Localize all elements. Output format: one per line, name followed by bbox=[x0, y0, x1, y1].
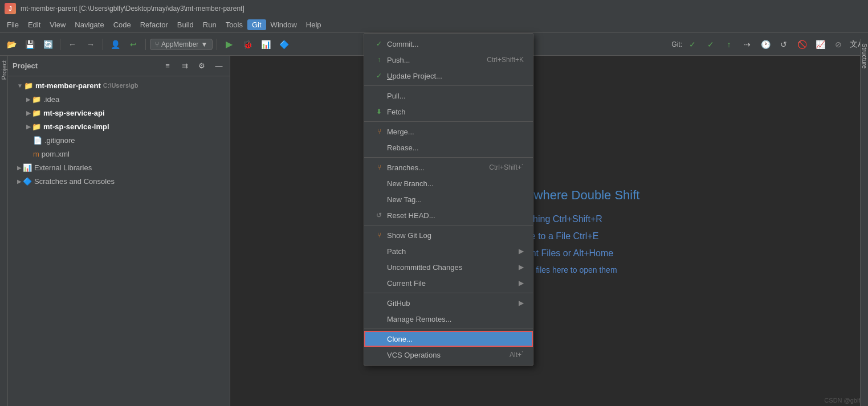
tree-root[interactable]: ▼ 📁 mt-member-parent C:\Users\gb bbox=[8, 79, 230, 92]
pom-label: pom.xml bbox=[42, 150, 70, 158]
window-title: mt-member-parent [C:\Users\gblfy\Desktop… bbox=[21, 5, 244, 13]
root-path: C:\Users\gb bbox=[103, 82, 138, 89]
search-hint: Search Everywhere Double Shift bbox=[459, 188, 640, 203]
chevron-down-icon: ▼ bbox=[201, 40, 207, 48]
root-label: mt-member-parent bbox=[35, 81, 101, 90]
translate-btn[interactable]: 文A bbox=[849, 36, 865, 52]
menu-item-navigate[interactable]: Navigate bbox=[70, 19, 108, 30]
maven-icon: m bbox=[33, 150, 39, 158]
menu-item-tools[interactable]: Tools bbox=[221, 19, 247, 30]
sidebar-header: Project ≡ ⇉ ⚙ — bbox=[8, 56, 230, 76]
settings-icon[interactable]: ⚙ bbox=[195, 60, 208, 72]
git-revert-btn[interactable]: ↺ bbox=[776, 36, 792, 52]
scratches-label: Scratches and Consoles bbox=[34, 177, 115, 186]
project-tree: ▼ 📁 mt-member-parent C:\Users\gb ▶ 📁 .id… bbox=[8, 76, 230, 406]
scratches-icon: 🔷 bbox=[23, 177, 32, 186]
gitignore-label: .gitignore bbox=[44, 136, 75, 145]
menu-item-refactor[interactable]: Refactor bbox=[136, 19, 173, 30]
open-button[interactable]: 📂 bbox=[3, 36, 19, 52]
tree-item-pom[interactable]: m pom.xml bbox=[8, 147, 230, 161]
coverage-button[interactable]: 📊 bbox=[258, 36, 274, 52]
watermark: CSDN @gblfy bbox=[824, 397, 863, 404]
tree-item-scratches[interactable]: ▶ 🔷 Scratches and Consoles bbox=[8, 174, 230, 188]
root-folder-icon: 📁 bbox=[24, 81, 33, 90]
scratches-arrow-icon: ▶ bbox=[17, 178, 22, 184]
project-strip[interactable]: Project bbox=[0, 56, 8, 406]
idea-label: .idea bbox=[43, 95, 59, 104]
git-commit-btn[interactable]: ✓ bbox=[684, 36, 700, 52]
back-button[interactable]: ← bbox=[64, 36, 80, 52]
git-push-btn[interactable]: ✓ bbox=[703, 36, 719, 52]
save-button[interactable]: 💾 bbox=[22, 36, 38, 52]
branch-selector[interactable]: ⑂ AppMember ▼ bbox=[150, 39, 213, 50]
git-label: Git: bbox=[671, 40, 682, 48]
recent-hint: Open Recent Files or Alt+Home bbox=[485, 248, 613, 259]
run-button[interactable]: ▶ bbox=[221, 36, 237, 52]
separator-3 bbox=[145, 39, 146, 50]
project-strip-label[interactable]: Project bbox=[1, 56, 7, 84]
toolbar: 📂 💾 🔄 ← → 👤 ↩ ⑂ AppMember ▼ ▶ 🐞 📊 🔷 Git:… bbox=[0, 33, 868, 56]
git-graph-btn[interactable]: 📈 bbox=[812, 36, 828, 52]
git-stop-btn[interactable]: ⊘ bbox=[830, 36, 846, 52]
menu-item-window[interactable]: Window bbox=[266, 19, 301, 30]
git-fetch-btn[interactable]: ↑ bbox=[721, 36, 737, 52]
gitignore-icon: 📄 bbox=[33, 136, 42, 145]
open-hint: Drag and Drop files here to open them bbox=[481, 265, 617, 274]
git-toolbar: Git: ✓ ✓ ↑ ⇢ 🕐 ↺ 🚫 📈 ⊘ 文A bbox=[671, 36, 865, 52]
api-arrow-icon: ▶ bbox=[26, 110, 31, 116]
menu-item-git[interactable]: Git bbox=[247, 19, 266, 30]
project-sidebar: Project ≡ ⇉ ⚙ — ▼ 📁 mt-member-parent C:\… bbox=[8, 56, 230, 406]
tree-item-idea[interactable]: ▶ 📁 .idea bbox=[8, 92, 230, 106]
sidebar-title: Project bbox=[13, 61, 157, 70]
run-hint: Run Anything Ctrl+Shift+R bbox=[496, 214, 602, 224]
menu-item-run[interactable]: Run bbox=[198, 19, 221, 30]
api-label: mt-sp-service-api bbox=[43, 109, 105, 117]
forward-button[interactable]: → bbox=[83, 36, 99, 52]
branch-icon: ⑂ bbox=[155, 40, 159, 48]
library-icon: 📊 bbox=[23, 163, 32, 172]
content-area: Search Everywhere Double Shift Run Anyth… bbox=[230, 56, 868, 406]
menu-item-build[interactable]: Build bbox=[173, 19, 198, 30]
git-update-btn[interactable]: ⇢ bbox=[739, 36, 755, 52]
collapse-all-button[interactable]: ≡ bbox=[161, 60, 174, 72]
separator-2 bbox=[103, 39, 103, 50]
debug-button[interactable]: 🐞 bbox=[239, 36, 255, 52]
navigate-hint: Navigate to a File Ctrl+E bbox=[500, 231, 599, 241]
tree-item-api[interactable]: ▶ 📁 mt-sp-service-api bbox=[8, 106, 230, 120]
menu-item-edit[interactable]: Edit bbox=[23, 19, 45, 30]
separator-4 bbox=[217, 39, 217, 50]
minimize-icon[interactable]: — bbox=[213, 60, 225, 72]
sync-button[interactable]: 🔄 bbox=[40, 36, 56, 52]
app-logo: J bbox=[5, 3, 16, 14]
api-folder-icon: 📁 bbox=[32, 109, 41, 117]
tree-item-impl[interactable]: ▶ 📁 mt-sp-service-impl bbox=[8, 120, 230, 133]
menu-item-code[interactable]: Code bbox=[109, 19, 136, 30]
lib-arrow-icon: ▶ bbox=[17, 165, 22, 171]
revert-button[interactable]: ↩ bbox=[125, 36, 141, 52]
title-bar: J mt-member-parent [C:\Users\gblfy\Deskt… bbox=[0, 0, 868, 17]
menu-item-view[interactable]: View bbox=[45, 19, 70, 30]
tree-item-gitignore[interactable]: 📄 .gitignore bbox=[8, 133, 230, 147]
git-history-btn[interactable]: 🕐 bbox=[757, 36, 773, 52]
main-area: Project Project ≡ ⇉ ⚙ — ▼ 📁 mt-member-pa… bbox=[0, 56, 868, 406]
impl-label: mt-sp-service-impl bbox=[43, 122, 109, 131]
menu-item-help[interactable]: Help bbox=[301, 19, 326, 30]
separator-1 bbox=[60, 39, 60, 50]
branch-name: AppMember bbox=[161, 40, 198, 48]
idea-folder-icon: 📁 bbox=[32, 95, 41, 104]
idea-arrow-icon: ▶ bbox=[26, 96, 31, 102]
root-arrow-icon: ▼ bbox=[17, 83, 23, 89]
profile-button[interactable]: 🔷 bbox=[276, 36, 292, 52]
expand-all-button[interactable]: ⇉ bbox=[178, 60, 191, 72]
menu-item-file[interactable]: File bbox=[2, 19, 23, 30]
libraries-label: External Libraries bbox=[34, 163, 92, 172]
impl-arrow-icon: ▶ bbox=[26, 124, 31, 130]
git-error-btn[interactable]: 🚫 bbox=[794, 36, 810, 52]
menu-bar: File Edit View Navigate Code Refactor Bu… bbox=[0, 17, 868, 33]
impl-folder-icon: 📁 bbox=[32, 122, 41, 131]
vcs-update-button[interactable]: 👤 bbox=[107, 36, 123, 52]
tree-item-libraries[interactable]: ▶ 📊 External Libraries bbox=[8, 161, 230, 174]
